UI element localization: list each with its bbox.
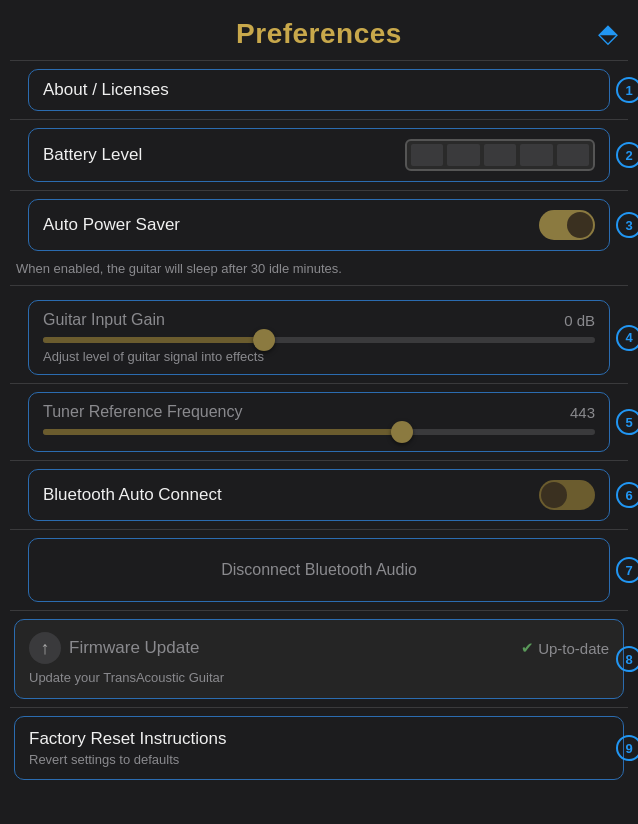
- factory-reset-label: Factory Reset Instructions: [29, 729, 609, 749]
- checkmark-icon: ✔: [521, 639, 534, 657]
- divider-4: [10, 383, 628, 384]
- bluetooth-auto-connect-container: Bluetooth Auto Connect 6: [14, 469, 624, 521]
- firmware-sublabel: Update your TransAcoustic Guitar: [29, 670, 224, 685]
- divider-1: [10, 119, 628, 120]
- about-licenses-row[interactable]: About / Licenses: [28, 69, 610, 111]
- auto-power-saver-container: Auto Power Saver 3: [14, 199, 624, 251]
- badge-4: 4: [616, 325, 638, 351]
- auto-power-saver-sublabel: When enabled, the guitar will sleep afte…: [16, 261, 342, 276]
- battery-content: Battery Level: [43, 139, 595, 171]
- divider-6: [10, 529, 628, 530]
- tuner-slider-fill: [43, 429, 402, 435]
- guitar-gain-row: Guitar Input Gain 0 dB Adjust level of g…: [28, 300, 610, 375]
- battery-seg-5: [557, 144, 589, 166]
- auto-power-saver-label: Auto Power Saver: [43, 215, 180, 235]
- battery-seg-4: [520, 144, 552, 166]
- firmware-status: ✔ Up-to-date: [521, 639, 609, 657]
- tuner-header: Tuner Reference Frequency 443: [43, 403, 595, 421]
- disconnect-bt-label: Disconnect Bluetooth Audio: [43, 549, 595, 591]
- battery-seg-1: [411, 144, 443, 166]
- guitar-gain-header: Guitar Input Gain 0 dB: [43, 311, 595, 329]
- firmware-top: ↑ Firmware Update ✔ Up-to-date: [29, 632, 609, 664]
- auto-power-saver-sublabel-area: When enabled, the guitar will sleep afte…: [0, 259, 638, 285]
- firmware-status-text: Up-to-date: [538, 640, 609, 657]
- toggle-knob-3: [567, 212, 593, 238]
- firmware-label: Firmware Update: [69, 638, 199, 658]
- auto-power-saver-row: Auto Power Saver: [28, 199, 610, 251]
- guitar-gain-slider-track[interactable]: [43, 337, 595, 343]
- badge-2: 2: [616, 142, 638, 168]
- battery-level-container: Battery Level 2: [14, 128, 624, 182]
- disconnect-bt-row[interactable]: Disconnect Bluetooth Audio: [28, 538, 610, 602]
- factory-reset-sublabel: Revert settings to defaults: [29, 752, 609, 767]
- firmware-container: ↑ Firmware Update ✔ Up-to-date Update yo…: [0, 619, 638, 699]
- tuner-row: Tuner Reference Frequency 443: [28, 392, 610, 452]
- bluetooth-auto-connect-content: Bluetooth Auto Connect: [43, 480, 595, 510]
- tuner-label: Tuner Reference Frequency: [43, 403, 243, 421]
- factory-reset-container: Factory Reset Instructions Revert settin…: [0, 716, 638, 780]
- factory-reset-row[interactable]: Factory Reset Instructions Revert settin…: [14, 716, 624, 780]
- guitar-gain-slider-knob[interactable]: [253, 329, 275, 351]
- auto-power-saver-content: Auto Power Saver: [43, 210, 595, 240]
- preferences-page: Preferences ⬘ About / Licenses 1 Battery…: [0, 0, 638, 824]
- guitar-gain-label: Guitar Input Gain: [43, 311, 165, 329]
- guitar-gain-slider-fill: [43, 337, 264, 343]
- guitar-gain-sublabel: Adjust level of guitar signal into effec…: [43, 349, 595, 364]
- tuner-container: Tuner Reference Frequency 443 5: [14, 392, 624, 452]
- badge-8: 8: [616, 646, 638, 672]
- divider-2: [10, 190, 628, 191]
- about-licenses-label: About / Licenses: [43, 80, 169, 99]
- battery-display: [405, 139, 595, 171]
- bluetooth-auto-connect-toggle[interactable]: [539, 480, 595, 510]
- auto-power-saver-toggle[interactable]: [539, 210, 595, 240]
- bluetooth-auto-connect-label: Bluetooth Auto Connect: [43, 485, 222, 505]
- badge-3: 3: [616, 212, 638, 238]
- firmware-row[interactable]: ↑ Firmware Update ✔ Up-to-date Update yo…: [14, 619, 624, 699]
- toggle-knob-6: [541, 482, 567, 508]
- page-title: Preferences: [236, 18, 402, 50]
- badge-7: 7: [616, 557, 638, 583]
- divider-8: [10, 707, 628, 708]
- tuner-slider-knob[interactable]: [391, 421, 413, 443]
- badge-1: 1: [616, 77, 638, 103]
- battery-label: Battery Level: [43, 145, 142, 165]
- guitar-gain-container: Guitar Input Gain 0 dB Adjust level of g…: [14, 300, 624, 375]
- firmware-upload-icon: ↑: [29, 632, 61, 664]
- disconnect-bt-container: Disconnect Bluetooth Audio 7: [14, 538, 624, 602]
- header: Preferences ⬘: [0, 0, 638, 60]
- battery-seg-3: [484, 144, 516, 166]
- bluetooth-icon[interactable]: ⬘: [598, 18, 618, 49]
- battery-seg-2: [447, 144, 479, 166]
- bluetooth-auto-connect-row: Bluetooth Auto Connect: [28, 469, 610, 521]
- divider-7: [10, 610, 628, 611]
- guitar-gain-value: 0 dB: [564, 312, 595, 329]
- about-licenses-container: About / Licenses 1: [14, 69, 624, 111]
- tuner-value: 443: [570, 404, 595, 421]
- badge-9: 9: [616, 735, 638, 761]
- tuner-slider-track[interactable]: [43, 429, 595, 435]
- battery-level-row: Battery Level: [28, 128, 610, 182]
- badge-5: 5: [616, 409, 638, 435]
- header-divider: [10, 60, 628, 61]
- badge-6: 6: [616, 482, 638, 508]
- divider-5: [10, 460, 628, 461]
- gap-3: [0, 286, 638, 292]
